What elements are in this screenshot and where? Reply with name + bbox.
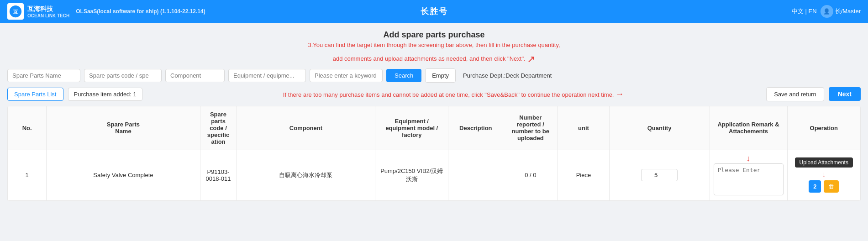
logo-main-text: 互海科技	[27, 5, 69, 13]
table-header: No. Spare PartsName Sparepartscode /spec…	[8, 106, 860, 150]
cell-unit: Piece	[558, 150, 609, 200]
toolbar-row: Spare Parts List Purchase item added: 1 …	[7, 87, 861, 101]
page-title-row: Add spare parts purchase 3.You can find …	[7, 30, 861, 65]
logo-block: 互 互海科技 OCEAN LINK TECH OLSaaS(local soft…	[7, 3, 205, 20]
dept-label: Purchase Dept.:Deck Department	[463, 72, 552, 79]
search-button[interactable]: Search	[386, 69, 421, 82]
cell-description	[448, 150, 503, 200]
remark-arrow-icon: ↓	[747, 154, 751, 163]
hint-text: 3.You can find the target item through t…	[7, 41, 861, 65]
logo-icon: 互	[7, 3, 24, 20]
spare-name-input[interactable]	[7, 69, 80, 82]
cell-component: 自吸离心海水冷却泵	[237, 150, 375, 200]
col-no: No.	[8, 106, 47, 150]
lang-switch[interactable]: 中文 | EN	[792, 7, 817, 16]
spare-parts-table: No. Spare PartsName Sparepartscode /spec…	[8, 106, 860, 201]
table-body: 1 Safety Valve Complete P91103-0018-011 …	[8, 150, 860, 200]
cell-no: 1	[8, 150, 47, 200]
cell-operation: Upload Attachments ↓ 2 🗑	[787, 150, 860, 200]
logo-sub-text: OCEAN LINK TECH	[27, 13, 69, 18]
spare-parts-list-tab[interactable]: Spare Parts List	[7, 88, 63, 101]
spare-parts-table-container: No. Spare PartsName Sparepartscode /spec…	[7, 106, 861, 201]
equipment-input[interactable]	[228, 69, 306, 82]
info-text: If there are too many purchase items and…	[147, 89, 762, 99]
cell-remark: ↓	[710, 150, 787, 200]
col-operation: Operation	[787, 106, 860, 150]
col-number-reported: Number reported / number to be uploaded	[503, 106, 558, 150]
op-buttons: 2 🗑	[791, 180, 857, 193]
col-unit: unit	[558, 106, 609, 150]
table-row: 1 Safety Valve Complete P91103-0018-011 …	[8, 150, 860, 200]
cell-spare-name: Safety Valve Complete	[47, 150, 200, 200]
hint-line2: add comments and upload attachments as n…	[333, 55, 526, 62]
col-equipment: Equipment / equipment model / factory	[375, 106, 448, 150]
arrow-right-icon: →	[615, 89, 624, 99]
header-right: 中文 | EN 👤 长/Master	[792, 5, 861, 18]
op-arrow-icon: ↓	[791, 170, 857, 178]
user-avatar-icon: 👤	[821, 5, 833, 18]
quantity-input[interactable]	[641, 169, 678, 181]
search-bar: Search Empty Purchase Dept.:Deck Departm…	[7, 68, 861, 83]
page-title: Add spare parts purchase	[7, 30, 861, 40]
svg-text:互: 互	[13, 9, 19, 15]
col-component: Component	[237, 106, 375, 150]
save-return-button[interactable]: Save and return	[766, 87, 824, 101]
next-button[interactable]: Next	[829, 87, 861, 101]
ship-name: 长胜号	[421, 6, 448, 17]
cell-quantity	[609, 150, 710, 200]
user-label: 长/Master	[835, 7, 861, 16]
upload-tooltip: Upload Attachments	[795, 157, 853, 168]
cell-equipment: Pump/2C150 VIB2/汉姆沃斯	[375, 150, 448, 200]
app-subtitle: OLSaaS(local software for ship) (1.1.104…	[76, 8, 205, 15]
cell-number-reported: 0 / 0	[503, 150, 558, 200]
col-remark: Application Remark & Attachements	[710, 106, 787, 150]
purchase-added-badge: Purchase item added: 1	[68, 88, 142, 101]
spare-code-input[interactable]	[84, 69, 162, 82]
remark-textarea[interactable]	[714, 163, 784, 195]
col-description: Description	[448, 106, 503, 150]
col-spare-name: Spare PartsName	[47, 106, 200, 150]
empty-button[interactable]: Empty	[425, 68, 456, 83]
user-menu[interactable]: 👤 长/Master	[821, 5, 861, 18]
hint-line1: 3.You can find the target item through t…	[308, 42, 560, 48]
app-header: 互 互海科技 OCEAN LINK TECH OLSaaS(local soft…	[0, 0, 868, 23]
cell-spare-code: P91103-0018-011	[200, 150, 237, 200]
main-content: Add spare parts purchase 3.You can find …	[0, 23, 868, 209]
info-text-content: If there are too many purchase items and…	[283, 91, 614, 98]
delete-button[interactable]: 🗑	[824, 180, 839, 193]
keyword-input[interactable]	[310, 69, 383, 82]
col-quantity: Quantity	[609, 106, 710, 150]
upload-attach-button[interactable]: 2	[809, 180, 821, 193]
col-spare-code: Sparepartscode /specification	[200, 106, 237, 150]
component-input[interactable]	[165, 69, 225, 82]
